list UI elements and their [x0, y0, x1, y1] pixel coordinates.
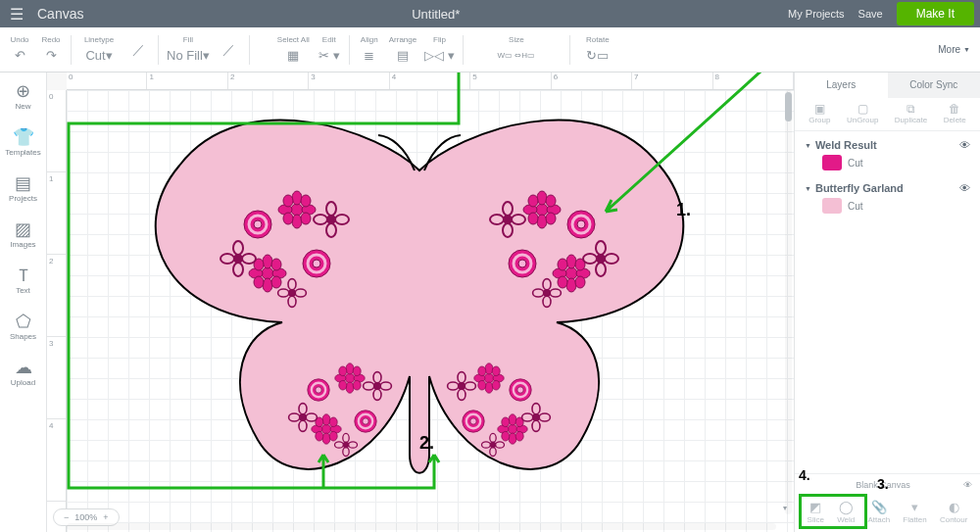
zoom-in-icon[interactable]: + — [103, 512, 108, 522]
layer-item[interactable]: ▼ Butterfly Garland 👁 Cut — [803, 178, 972, 221]
menu-icon[interactable]: ☰ — [0, 5, 33, 24]
layer-name: Weld Result — [815, 139, 877, 151]
redo-button[interactable]: Redo↷ — [35, 35, 67, 64]
templates-tool[interactable]: 👕Templates — [2, 119, 45, 165]
new-tool[interactable]: ⊕New — [2, 73, 45, 119]
text-tool[interactable]: ＴText — [2, 257, 45, 303]
sublayer-label: Cut — [848, 158, 863, 169]
collapse-icon[interactable]: ▼ — [805, 142, 811, 149]
visibility-icon[interactable]: 👁 — [959, 182, 970, 194]
tab-layers[interactable]: Layers — [795, 73, 888, 98]
ruler-horizontal: 012 345 678 — [67, 73, 794, 90]
line-color-swatch[interactable]: ／ — [122, 41, 154, 59]
delete-button[interactable]: 🗑Delete — [944, 102, 966, 124]
attach-button[interactable]: 📎Attach — [867, 500, 890, 524]
canvas-area[interactable]: 012 345 678 012 34 — [47, 73, 794, 532]
size-controls[interactable]: SizeW▭ ⇔ H▭ — [467, 35, 565, 64]
layer-thumb-icon — [822, 155, 842, 170]
zoom-value: 100% — [74, 512, 97, 522]
ungroup-button[interactable]: ▢UnGroup — [847, 102, 878, 124]
fill-color-swatch[interactable]: ／ — [214, 41, 245, 59]
contour-button[interactable]: ◐Contour — [940, 500, 967, 524]
flip-dropdown[interactable]: Flip▷◁ ▾ — [420, 35, 459, 64]
visibility-off-icon[interactable]: 👁 — [963, 480, 972, 490]
group-button[interactable]: ▣Group — [808, 102, 830, 124]
visibility-icon[interactable]: 👁 — [959, 139, 970, 151]
undo-button[interactable]: Undo↶ — [4, 35, 35, 64]
canvas-scrollbar-horizontal[interactable] — [67, 523, 776, 530]
layer-item[interactable]: ▼ Weld Result 👁 Cut — [803, 135, 972, 178]
make-it-button[interactable]: Make It — [897, 2, 974, 25]
annotation-3: 3. — [877, 476, 889, 492]
sublayer-label: Cut — [848, 201, 863, 212]
edit-dropdown[interactable]: Edit✂ ▾ — [314, 35, 345, 64]
my-projects-link[interactable]: My Projects — [788, 8, 844, 20]
shapes-tool[interactable]: ⬠Shapes — [2, 303, 45, 349]
projects-tool[interactable]: ▤Projects — [2, 165, 45, 211]
layer-list: ▼ Weld Result 👁 Cut ▼ Butterfly Garland … — [795, 131, 980, 473]
more-dropdown[interactable]: More▼ — [938, 44, 970, 55]
annotation-box-slice-weld — [799, 494, 867, 529]
app-top-bar: ☰ Canvas Untitled* My Projects Save Make… — [0, 0, 980, 27]
butterfly-art[interactable] — [125, 112, 713, 484]
images-tool[interactable]: ▨Images — [2, 211, 45, 257]
linetype-dropdown[interactable]: LinetypeCut ▾ — [75, 35, 122, 64]
left-toolbar: ⊕New 👕Templates ▤Projects ▨Images ＴText … — [0, 73, 47, 532]
flatten-button[interactable]: ▾Flatten — [903, 500, 926, 524]
rotate-control[interactable]: Rotate↻▭ — [574, 35, 621, 64]
collapse-icon[interactable]: ▼ — [805, 185, 811, 192]
annotation-4: 4. — [799, 467, 810, 483]
fill-dropdown[interactable]: FillNo Fill ▾ — [163, 35, 214, 64]
ruler-vertical: 012 34 — [47, 90, 67, 532]
document-title[interactable]: Untitled* — [83, 7, 788, 22]
save-button[interactable]: Save — [858, 8, 883, 20]
zoom-out-icon[interactable]: − — [64, 512, 69, 522]
upload-tool[interactable]: ☁Upload — [2, 349, 45, 395]
tab-colorsync[interactable]: Color Sync — [888, 73, 981, 98]
select-all-button[interactable]: Select All▦ — [273, 35, 314, 64]
layer-name: Butterfly Garland — [815, 182, 904, 194]
edit-toolbar: Undo↶ Redo↷ LinetypeCut ▾ ／ FillNo Fill … — [0, 27, 980, 73]
app-title: Canvas — [37, 6, 83, 22]
canvas-scrollbar-vertical[interactable]: ▾ — [785, 90, 792, 514]
arrange-dropdown[interactable]: Arrange▤ — [385, 35, 420, 64]
layer-thumb-icon — [822, 198, 842, 214]
align-dropdown[interactable]: Align≣ — [354, 35, 385, 64]
layers-panel: Layers Color Sync ▣Group ▢UnGroup ⧉Dupli… — [794, 73, 980, 532]
duplicate-button[interactable]: ⧉Duplicate — [895, 102, 927, 124]
